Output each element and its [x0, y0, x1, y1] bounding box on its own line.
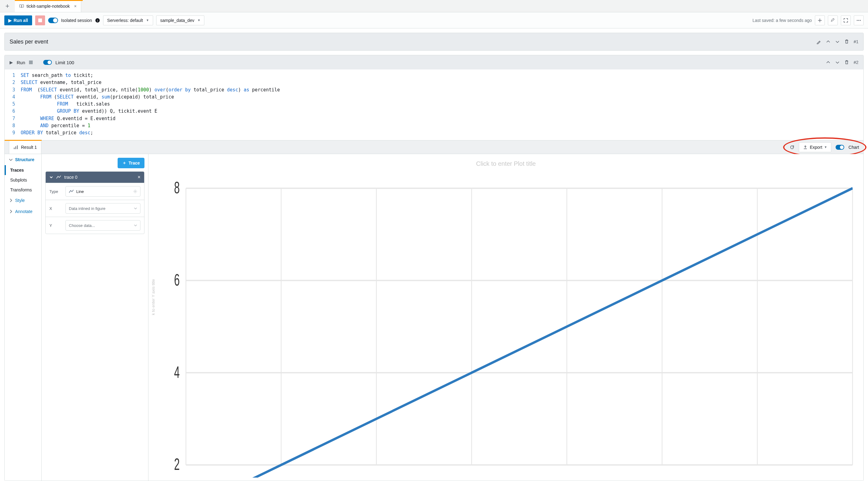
isolated-session-toggle[interactable]	[48, 18, 58, 23]
traces-item[interactable]: Traces	[5, 165, 41, 175]
chevron-down-icon	[8, 157, 13, 162]
info-icon[interactable]: i	[95, 18, 100, 23]
result-bar: Result 1 Export ▼ Chart	[5, 140, 863, 154]
svg-text:4: 4	[174, 363, 180, 381]
annotate-section[interactable]: Annotate	[5, 206, 41, 217]
move-down-button[interactable]	[835, 39, 840, 44]
database-select[interactable]: sample_data_dev ▼	[156, 16, 204, 25]
expand-icon	[843, 18, 848, 23]
more-button[interactable]	[854, 16, 864, 25]
delete-cell-button[interactable]	[844, 60, 849, 65]
stop-icon	[38, 19, 42, 22]
isolated-session-label: Isolated session	[61, 18, 92, 23]
connection-select[interactable]: Serverless: default ▼	[103, 16, 153, 25]
add-cell-button[interactable]	[815, 16, 825, 25]
svg-point-7	[134, 191, 136, 192]
delete-trace-button[interactable]: ×	[138, 174, 141, 180]
caret-down-icon: ▼	[824, 145, 827, 149]
add-trace-button[interactable]: ＋ Trace	[118, 158, 145, 168]
line-type-icon	[69, 189, 74, 193]
plot-svg: 2468	[163, 176, 860, 478]
svg-text:2: 2	[174, 455, 180, 473]
x-label: X	[50, 206, 62, 211]
chart-config-nav: Structure Traces Subplots Transforms Sty…	[5, 154, 42, 481]
export-label: Export	[810, 145, 822, 150]
svg-point-5	[860, 20, 861, 21]
stop-icon	[29, 61, 33, 64]
caret-down-icon: ▼	[197, 19, 200, 22]
subplots-item[interactable]: Subplots	[5, 175, 41, 185]
trace-y-select[interactable]: Choose data...	[65, 220, 141, 231]
run-all-label: Run all	[13, 18, 28, 23]
move-up-button[interactable]	[826, 60, 831, 65]
svg-rect-0	[38, 19, 42, 22]
svg-point-4	[859, 20, 859, 21]
connection-value: Serverless: default	[107, 18, 143, 23]
run-all-button[interactable]: ▶ Run all	[4, 16, 32, 25]
play-icon: ▶	[8, 18, 12, 23]
svg-point-3	[857, 20, 858, 21]
delete-cell-button[interactable]	[844, 39, 849, 44]
trace-header[interactable]: trace 0 ×	[46, 172, 144, 183]
svg-text:8: 8	[174, 178, 180, 197]
chevron-down-icon	[835, 39, 840, 44]
type-label: Type	[50, 189, 62, 194]
trash-icon	[844, 39, 849, 44]
limit-toggle[interactable]	[43, 60, 52, 65]
markdown-cell-header: Sales per event #1	[5, 33, 863, 50]
style-section[interactable]: Style	[5, 195, 41, 206]
stop-cell-button[interactable]	[29, 61, 33, 64]
sql-cell: ▶ Run Limit 100 #2 1SET search_path to t…	[4, 55, 864, 481]
chevron-right-icon	[8, 209, 13, 214]
chevron-down-icon	[50, 175, 53, 179]
chart-label: Chart	[848, 145, 859, 150]
plus-icon	[817, 18, 822, 23]
new-tab-button[interactable]: +	[0, 0, 15, 12]
chevron-up-icon	[826, 39, 831, 44]
chevron-up-icon	[826, 60, 831, 65]
export-button[interactable]: Export ▼	[799, 142, 831, 152]
markdown-cell-title: Sales per event	[9, 38, 48, 45]
trace-name: trace 0	[64, 175, 78, 180]
chart-toggle[interactable]	[836, 145, 844, 150]
toolbar: ▶ Run all Isolated session i Serverless:…	[0, 12, 868, 28]
caret-down-icon: ▼	[146, 19, 149, 22]
plot-title-placeholder[interactable]: Click to enter Plot title	[476, 160, 535, 167]
sql-editor[interactable]: 1SET search_path to tickit;2SELECT event…	[5, 69, 863, 140]
stop-all-button[interactable]	[35, 16, 45, 25]
transforms-item[interactable]: Transforms	[5, 185, 41, 195]
svg-text:6: 6	[174, 271, 180, 289]
svg-rect-6	[29, 61, 33, 64]
trace-editor: ＋ Trace trace 0 × Type	[42, 154, 149, 481]
structure-section[interactable]: Structure	[5, 154, 41, 165]
upload-icon	[803, 145, 808, 150]
edit-button[interactable]	[828, 16, 838, 25]
sql-cell-header: ▶ Run Limit 100 #2	[5, 55, 863, 69]
trace-type-select[interactable]: Line	[65, 186, 141, 197]
database-value: sample_data_dev	[160, 18, 194, 23]
move-down-button[interactable]	[835, 60, 840, 65]
trash-icon	[844, 60, 849, 65]
pencil-icon	[830, 18, 835, 23]
trace-panel: trace 0 × Type Line	[45, 171, 145, 234]
gear-icon	[133, 189, 137, 193]
chevron-right-icon	[8, 198, 13, 203]
cell-index: #2	[854, 60, 859, 65]
close-tab-button[interactable]: ×	[74, 4, 76, 9]
result-tab[interactable]: Result 1	[9, 141, 41, 154]
run-label: Run	[17, 60, 25, 65]
tab-strip: + tickit-sample-notebook ×	[0, 0, 868, 12]
edit-cell-button[interactable]	[816, 39, 822, 44]
fullscreen-button[interactable]	[841, 16, 851, 25]
move-up-button[interactable]	[826, 39, 831, 44]
trace-x-select[interactable]: Data inlined in figure	[65, 203, 141, 214]
run-cell-button[interactable]: ▶	[9, 60, 13, 65]
notebook-tab[interactable]: tickit-sample-notebook ×	[15, 0, 81, 12]
chart-canvas[interactable]: Click to enter Plot title k to enter Y a…	[149, 154, 863, 481]
chevron-down-icon	[134, 207, 137, 210]
line-type-icon	[56, 175, 61, 179]
chart-icon	[13, 145, 19, 150]
cell-index: #1	[854, 39, 859, 44]
y-axis-title-placeholder[interactable]: k to enter Y axis title	[151, 279, 156, 315]
refresh-button[interactable]	[789, 145, 795, 150]
